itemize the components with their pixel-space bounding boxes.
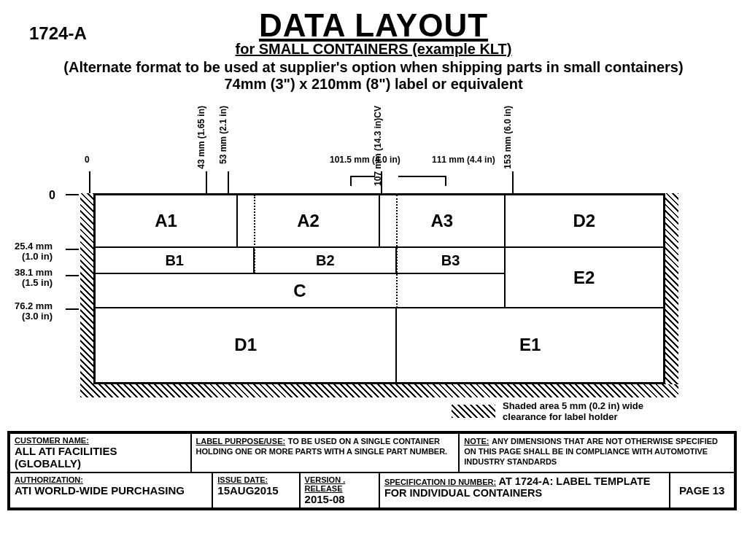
- title-main: DATA LAYOUT: [7, 7, 740, 44]
- legend-text: Shaded area 5 mm (0.2 in) wide clearance…: [503, 400, 643, 422]
- customer-label: CUSTOMER NAME:: [15, 436, 186, 445]
- issue-label: ISSUE DATE:: [217, 475, 294, 484]
- cell-c: C: [95, 273, 505, 307]
- top-tick-0: 0: [85, 155, 90, 165]
- footer-block: CUSTOMER NAME: ALL ATI FACILITIES (GLOBA…: [7, 431, 737, 510]
- cell-e1: E1: [396, 308, 664, 383]
- left-tick-25: 25.4 mm (1.0 in): [1, 241, 53, 262]
- note-label: NOTE:: [464, 437, 489, 446]
- legend: Shaded area 5 mm (0.2 in) wide clearance…: [452, 400, 643, 422]
- cell-b3: B3: [396, 247, 504, 273]
- issue-value: 15AUG2015: [217, 484, 294, 497]
- left-tick-38: 38.1 mm (1.5 in): [1, 268, 53, 289]
- layout-diagram: 0 43 mm (1.65 in) 53 mm (2.1 in) 101.5 m…: [60, 98, 687, 412]
- title-dim: 74mm (3") x 210mm (8") label or equivale…: [7, 76, 740, 93]
- top-tick-43: 43 mm (1.65 in): [197, 106, 206, 169]
- left-tick-0: 0: [4, 189, 55, 202]
- customer-value: ALL ATI FACILITIES (GLOBALLY): [15, 445, 186, 470]
- cell-d1: D1: [95, 308, 396, 383]
- cell-a3: A3: [379, 195, 505, 247]
- doc-id: 1724-A: [29, 23, 87, 44]
- top-tick-111: 111 mm (4.4 in): [432, 155, 495, 165]
- ver-label: VERSION . RELEASE: [305, 475, 374, 493]
- cell-d2: D2: [505, 195, 664, 247]
- ver-value: 2015-08: [305, 493, 374, 505]
- title-sub: for SMALL CONTAINERS (example KLT): [7, 41, 740, 58]
- auth-label: AUTHORIZATION:: [15, 475, 207, 484]
- cell-b2: B2: [254, 247, 396, 273]
- title-note: (Alternate format to be used at supplier…: [7, 59, 740, 76]
- auth-value: ATI WORLD-WIDE PURCHASING: [15, 484, 207, 497]
- left-tick-76: 76.2 mm (3.0 in): [1, 301, 53, 322]
- spec-label: SPECIFICATION ID NUMBER:: [384, 478, 496, 486]
- cell-e2: E2: [505, 247, 664, 308]
- note-value: ANY DIMENSIONS THAT ARE NOT OTHERWISE SP…: [464, 437, 718, 466]
- cell-a2: A2: [237, 195, 379, 247]
- top-tick-101: 101.5 mm (4.0 in): [330, 155, 400, 165]
- page-number: PAGE 13: [679, 484, 724, 497]
- top-tick-153: 153 mm (6.0 in): [503, 106, 513, 169]
- top-tick-53: 53 mm (2.1 in): [219, 106, 228, 164]
- hatch-swatch: [452, 405, 495, 418]
- label-box: A1 A2 A3 D2 B1 B2 B3 E2 C D1 E1: [80, 193, 678, 397]
- cell-b1: B1: [95, 247, 254, 273]
- cell-a1: A1: [95, 195, 237, 247]
- purpose-label: LABEL PURPOSE/USE:: [196, 437, 286, 446]
